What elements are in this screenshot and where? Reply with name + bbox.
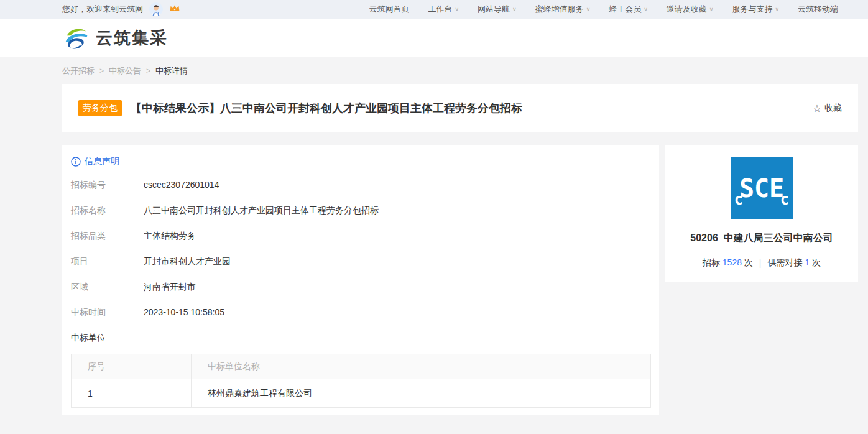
nav-support[interactable]: 服务与支持∨ (732, 4, 779, 15)
field-value: 开封市科创人才产业园 (144, 256, 231, 267)
svg-text:SCE: SCE (739, 174, 784, 203)
table-header-index: 序号 (72, 354, 192, 379)
table-header-winner-name: 中标单位名称 (192, 354, 651, 379)
field-value: 八三中南公司开封科创人才产业园项目主体工程劳务分包招标 (144, 205, 379, 216)
avatar-icon (149, 2, 163, 16)
title-card: 劳务分包 【中标结果公示】八三中南公司开封科创人才产业园项目主体工程劳务分包招标… (62, 84, 858, 132)
chevron-down-icon: ∨ (512, 6, 517, 12)
table-header-row: 序号 中标单位名称 (72, 354, 651, 379)
company-card: SCE c c 50206_中建八局三公司中南公司 招标 1528 次 | 供需… (665, 145, 858, 282)
info-declaration-link[interactable]: 信息声明 (71, 156, 650, 167)
nav-site-map[interactable]: 网站导航∨ (478, 4, 517, 15)
field-row-bid-category: 招标品类 主体结构劳务 (71, 231, 650, 242)
crown-member-icon[interactable] (169, 4, 180, 15)
field-label: 中标时间 (71, 307, 144, 318)
winner-table: 序号 中标单位名称 1 林州鼎秦建筑工程有限公司 (71, 354, 651, 408)
svg-text:c: c (780, 191, 789, 208)
field-value: 主体结构劳务 (144, 231, 196, 242)
breadcrumb-separator: > (146, 67, 150, 75)
field-label: 区域 (71, 282, 144, 293)
chevron-down-icon: ∨ (709, 6, 714, 12)
stat-matches: 供需对接 1 次 (768, 257, 821, 269)
breadcrumb: 公开招标 > 中标公告 > 中标详情 (62, 65, 868, 76)
field-value: 河南省开封市 (144, 282, 196, 293)
stat-bids-count: 1528 (723, 257, 742, 267)
chevron-down-icon: ∨ (775, 6, 779, 12)
stat-bids: 招标 1528 次 (703, 257, 753, 269)
page-title: 【中标结果公示】八三中南公司开封科创人才产业园项目主体工程劳务分包招标 (131, 101, 522, 116)
site-logo-text: 云筑集采 (96, 27, 168, 49)
field-row-bid-name: 招标名称 八三中南公司开封科创人才产业园项目主体工程劳务分包招标 (71, 205, 650, 216)
table-cell-winner-name: 林州鼎秦建筑工程有限公司 (192, 379, 651, 408)
nav-bee-services[interactable]: 蜜蜂增值服务∨ (535, 4, 591, 15)
topbar-nav: 云筑网首页 工作台∨ 网站导航∨ 蜜蜂增值服务∨ 蜂王会员∨ 邀请及收藏∨ 服务… (369, 4, 838, 15)
chevron-down-icon: ∨ (455, 6, 459, 12)
info-declaration-label: 信息声明 (85, 156, 119, 167)
star-icon: ☆ (813, 103, 821, 114)
breadcrumb-award-notice[interactable]: 中标公告 (109, 65, 141, 76)
field-row-region: 区域 河南省开封市 (71, 282, 650, 293)
nav-mobile[interactable]: 云筑移动端 (798, 4, 838, 15)
user-avatar[interactable] (149, 2, 163, 16)
field-label: 招标品类 (71, 231, 144, 242)
field-value: cscec23072601014 (144, 180, 219, 191)
logo-header: 云筑集采 (0, 19, 868, 57)
breadcrumb-separator: > (99, 67, 104, 75)
page: 您好，欢迎来到云筑网 云筑网首页 (0, 0, 868, 434)
greeting-text: 您好，欢迎来到云筑网 (62, 4, 143, 15)
field-label: 招标名称 (71, 205, 144, 216)
breadcrumb-open-bidding[interactable]: 公开招标 (62, 65, 95, 76)
field-label: 招标编号 (71, 180, 144, 191)
nav-workbench[interactable]: 工作台∨ (428, 4, 459, 15)
company-stats: 招标 1528 次 | 供需对接 1 次 (675, 257, 848, 269)
category-badge: 劳务分包 (78, 100, 122, 116)
topbar: 您好，欢迎来到云筑网 云筑网首页 (0, 0, 868, 19)
company-name[interactable]: 50206_中建八局三公司中南公司 (675, 232, 848, 245)
field-value: 2023-10-15 10:58:05 (144, 307, 224, 318)
chevron-down-icon: ∨ (586, 6, 591, 12)
main-content: 信息声明 招标编号 cscec23072601014 招标名称 八三中南公司开封… (62, 145, 858, 415)
chevron-down-icon: ∨ (644, 6, 648, 12)
winner-section-label: 中标单位 (71, 333, 650, 344)
topbar-greeting-area: 您好，欢迎来到云筑网 (62, 2, 180, 16)
table-cell-index: 1 (72, 379, 192, 408)
yunzhu-logo-icon (62, 24, 91, 52)
bid-detail-card: 信息声明 招标编号 cscec23072601014 招标名称 八三中南公司开封… (62, 145, 659, 415)
field-row-bid-number: 招标编号 cscec23072601014 (71, 180, 650, 191)
favorite-button[interactable]: ☆ 收藏 (813, 103, 842, 114)
site-logo[interactable]: 云筑集采 (62, 24, 168, 52)
breadcrumb-current: 中标详情 (155, 65, 188, 76)
table-row: 1 林州鼎秦建筑工程有限公司 (72, 379, 651, 408)
field-row-award-time: 中标时间 2023-10-15 10:58:05 (71, 307, 650, 318)
stat-matches-count: 1 (805, 257, 810, 267)
stats-divider: | (759, 258, 762, 268)
nav-home[interactable]: 云筑网首页 (369, 4, 409, 15)
field-label: 项目 (71, 256, 144, 267)
nav-invite-favorites[interactable]: 邀请及收藏∨ (667, 4, 714, 15)
cscec-company-logo-icon: SCE c c (731, 157, 793, 219)
svg-text:c: c (734, 191, 743, 208)
info-icon (71, 157, 81, 167)
field-row-project: 项目 开封市科创人才产业园 (71, 256, 650, 267)
favorite-label: 收藏 (824, 103, 842, 114)
nav-queen-member[interactable]: 蜂王会员∨ (609, 4, 648, 15)
